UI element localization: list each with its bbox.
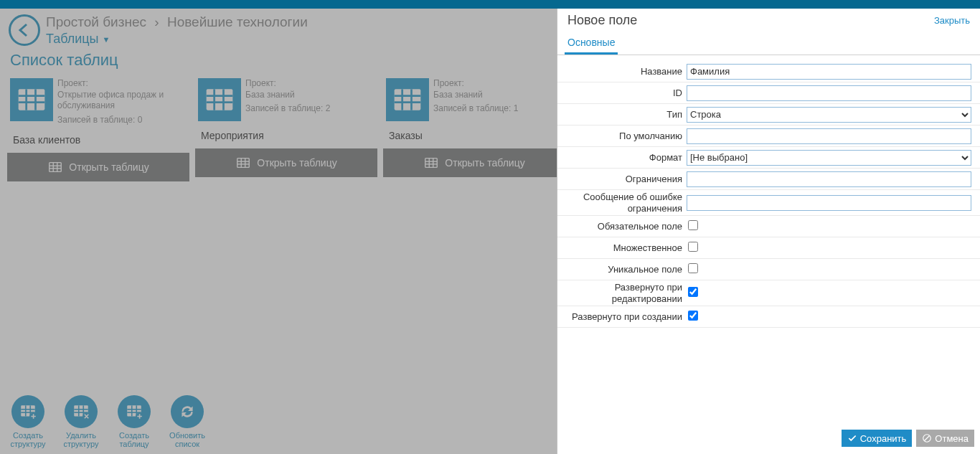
required-checkbox[interactable]: [688, 220, 698, 230]
panel-title: Новое поле: [567, 13, 637, 28]
svg-line-59: [925, 436, 930, 441]
constraints-input[interactable]: [687, 171, 971, 187]
label-format: Формат: [557, 152, 687, 164]
unique-checkbox[interactable]: [688, 263, 698, 273]
multiple-checkbox[interactable]: [688, 242, 698, 252]
type-select[interactable]: Строка: [687, 107, 971, 123]
label-type: Тип: [557, 109, 687, 120]
cancel-icon: [922, 433, 932, 443]
save-button[interactable]: Сохранить: [842, 430, 913, 447]
expand-create-checkbox[interactable]: [688, 311, 698, 321]
default-input[interactable]: [687, 128, 971, 144]
expand-edit-checkbox[interactable]: [688, 287, 698, 297]
panel-close-link[interactable]: Закрыть: [934, 15, 970, 26]
cancel-button[interactable]: Отмена: [916, 430, 974, 447]
label-multiple: Множественное: [557, 242, 687, 254]
format-select[interactable]: [Не выбрано]: [687, 150, 971, 166]
check-icon: [847, 433, 857, 443]
label-default: По умолчанию: [557, 131, 687, 142]
label-required: Обязательное поле: [557, 221, 687, 232]
label-constraints: Ограничения: [557, 174, 687, 185]
label-expand-create: Развернуто при создании: [557, 311, 687, 323]
title-bar: [0, 0, 980, 9]
label-id: ID: [557, 88, 687, 99]
label-err: Сообщение об ошибке ограничения: [557, 191, 687, 214]
tab-main[interactable]: Основные: [565, 32, 618, 55]
err-input[interactable]: [687, 195, 971, 211]
label-expand-edit: Развернуто при редактировании: [557, 282, 687, 304]
name-input[interactable]: [687, 64, 971, 80]
label-unique: Уникальное поле: [557, 264, 687, 275]
label-name: Название: [557, 66, 687, 77]
id-input[interactable]: [687, 85, 971, 101]
new-field-panel: Новое поле Закрыть Основные Название ID …: [557, 9, 980, 454]
